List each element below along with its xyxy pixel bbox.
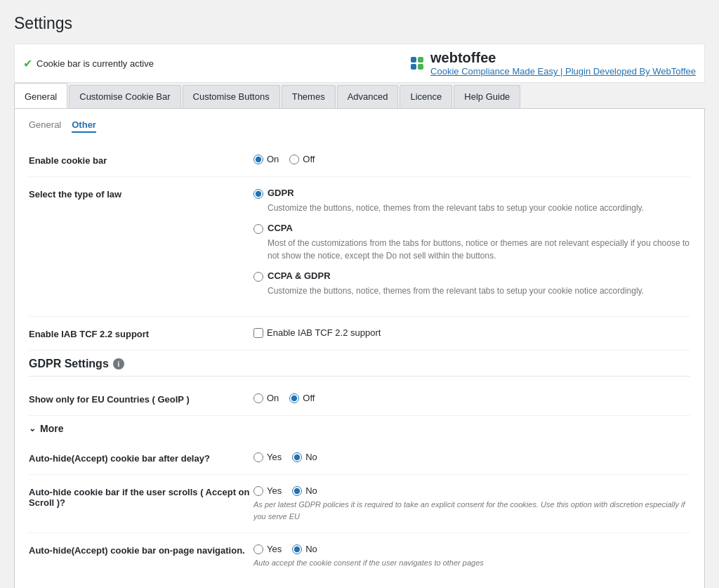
- law-type-ccpa-desc: Most of the customizations from the tabs…: [268, 237, 690, 262]
- status-notice: ✔ Cookie bar is currently active: [23, 57, 154, 70]
- enable-cookie-bar-label: Enable cookie bar: [29, 154, 253, 166]
- setting-auto-hide-delay: Auto-hide(Accept) cookie bar after delay…: [29, 441, 690, 475]
- dot-blue-1: [411, 57, 416, 63]
- auto-hide-scroll-radio-group: Yes No: [253, 485, 690, 496]
- auto-hide-scroll-label: Auto-hide cookie bar if the user scrolls…: [29, 485, 253, 508]
- breadcrumb-general[interactable]: General: [29, 119, 61, 133]
- setting-iab-tcf: Enable IAB TCF 2.2 support Enable IAB TC…: [29, 317, 690, 351]
- auto-hide-navigation-yes[interactable]: Yes: [253, 544, 282, 554]
- show-eu-only-on[interactable]: On: [253, 393, 279, 403]
- dot-blue-2: [411, 64, 416, 70]
- auto-hide-navigation-control: Yes No Auto accept the cookie consent if…: [253, 544, 690, 569]
- law-type-gdpr-radio[interactable]: [253, 189, 263, 199]
- show-eu-only-control: On Off: [253, 393, 690, 403]
- header-bar: ✔ Cookie bar is currently active webtoff…: [14, 44, 705, 83]
- tabs-nav: General Customise Cookie Bar Customise B…: [14, 83, 705, 109]
- law-type-ccpa-option: CCPA: [253, 223, 690, 234]
- show-eu-only-radio-group: On Off: [253, 393, 690, 403]
- auto-hide-scroll-no[interactable]: No: [292, 485, 317, 496]
- gdpr-section-title: GDPR Settings: [29, 358, 109, 370]
- auto-hide-navigation-radio-group: Yes No: [253, 544, 690, 554]
- breadcrumb-other[interactable]: Other: [72, 119, 96, 133]
- tab-advanced[interactable]: Advanced: [337, 85, 399, 108]
- iab-tcf-label: Enable IAB TCF 2.2 support: [29, 327, 253, 339]
- dot-green-2: [418, 64, 423, 70]
- auto-hide-delay-label: Auto-hide(Accept) cookie bar after delay…: [29, 452, 253, 464]
- auto-hide-navigation-no[interactable]: No: [292, 544, 317, 554]
- tab-help-guide[interactable]: Help Guide: [454, 85, 520, 108]
- law-type-gdpr-option: GDPR: [253, 188, 690, 199]
- iab-tcf-checkbox[interactable]: [253, 328, 263, 338]
- auto-hide-scroll-note: As per latest GDPR policies it is requir…: [253, 499, 690, 522]
- setting-show-eu-only: Show only for EU Countries ( GeoIP ) On …: [29, 382, 690, 416]
- auto-hide-delay-control: Yes No: [253, 452, 690, 462]
- setting-law-type: Select the type of law GDPR Customize th…: [29, 177, 690, 317]
- tab-licence[interactable]: Licence: [400, 85, 452, 108]
- auto-hide-navigation-label: Auto-hide(Accept) cookie bar on-page nav…: [29, 544, 253, 556]
- show-eu-only-label: Show only for EU Countries ( GeoIP ): [29, 393, 253, 405]
- tab-themes[interactable]: Themes: [282, 85, 336, 108]
- brand-tagline: Cookie Compliance Made Easy | Plugin Dev…: [430, 66, 696, 77]
- iab-tcf-checkbox-option[interactable]: Enable IAB TCF 2.2 support: [253, 327, 690, 338]
- enable-cookie-bar-off[interactable]: Off: [289, 154, 315, 164]
- auto-hide-navigation-yes-radio[interactable]: [253, 544, 263, 554]
- auto-hide-scroll-control: Yes No As per latest GDPR policies it is…: [253, 485, 690, 522]
- law-type-gdpr-label: GDPR: [268, 188, 294, 198]
- enable-cookie-bar-on[interactable]: On: [253, 154, 279, 164]
- iab-tcf-checkbox-label: Enable IAB TCF 2.2 support: [267, 327, 381, 338]
- dot-green-1: [418, 57, 423, 63]
- page-title: Settings: [14, 14, 705, 33]
- brand-info: webtoffee Cookie Compliance Made Easy | …: [430, 50, 696, 77]
- setting-auto-hide-navigation: Auto-hide(Accept) cookie bar on-page nav…: [29, 533, 690, 580]
- tab-general[interactable]: General: [14, 83, 67, 108]
- auto-hide-navigation-note: Auto accept the cookie consent if the us…: [253, 557, 690, 569]
- show-eu-only-off[interactable]: Off: [289, 393, 315, 403]
- content-area: General Other Enable cookie bar On Off S…: [14, 109, 705, 588]
- law-type-ccpa-gdpr-desc: Customize the buttons, notice, themes fr…: [268, 285, 690, 297]
- auto-hide-navigation-no-radio[interactable]: [292, 544, 302, 554]
- tab-customise-cookie-bar[interactable]: Customise Cookie Bar: [69, 85, 180, 108]
- law-type-ccpa-gdpr-label: CCPA & GDPR: [268, 270, 331, 281]
- show-eu-only-on-radio[interactable]: [253, 393, 263, 403]
- enable-cookie-bar-control: On Off: [253, 154, 690, 164]
- law-type-control: GDPR Customize the buttons, notice, them…: [253, 188, 690, 306]
- tab-customise-buttons[interactable]: Customise Buttons: [183, 85, 280, 108]
- setting-auto-hide-scroll: Auto-hide cookie bar if the user scrolls…: [29, 475, 690, 533]
- law-type-ccpa-radio[interactable]: [253, 224, 263, 234]
- setting-enable-cookie-bar: Enable cookie bar On Off: [29, 143, 690, 177]
- auto-hide-scroll-yes[interactable]: Yes: [253, 485, 282, 496]
- law-type-ccpa-label: CCPA: [268, 223, 293, 233]
- auto-hide-delay-yes[interactable]: Yes: [253, 452, 282, 462]
- law-type-gdpr-desc: Customize the buttons, notice, themes fr…: [268, 202, 690, 214]
- auto-hide-delay-no[interactable]: No: [292, 452, 317, 462]
- law-type-label: Select the type of law: [29, 188, 253, 200]
- show-eu-only-off-radio[interactable]: [289, 393, 299, 403]
- brand-name: webtoffee: [430, 50, 496, 65]
- law-type-gdpr-block: GDPR Customize the buttons, notice, them…: [253, 188, 690, 214]
- gdpr-section-heading: GDPR Settings i: [29, 358, 690, 370]
- enable-cookie-bar-radio-group: On Off: [253, 154, 690, 164]
- auto-hide-delay-yes-radio[interactable]: [253, 452, 263, 462]
- auto-hide-scroll-no-radio[interactable]: [292, 486, 302, 496]
- brand-link[interactable]: WebToffee: [652, 66, 696, 77]
- iab-tcf-control: Enable IAB TCF 2.2 support: [253, 327, 690, 338]
- brand-area: webtoffee Cookie Compliance Made Easy | …: [411, 50, 696, 77]
- law-type-ccpa-block: CCPA Most of the customizations from the…: [253, 223, 690, 262]
- chevron-down-icon: ⌄: [29, 424, 36, 433]
- more-toggle[interactable]: ⌄ More: [29, 416, 690, 441]
- auto-hide-delay-radio-group: Yes No: [253, 452, 690, 462]
- gdpr-info-icon[interactable]: i: [113, 358, 124, 370]
- enable-cookie-bar-off-radio[interactable]: [289, 155, 299, 164]
- breadcrumb: General Other: [29, 119, 690, 133]
- law-type-ccpa-gdpr-radio[interactable]: [253, 272, 263, 282]
- law-type-ccpa-gdpr-block: CCPA & GDPR Customize the buttons, notic…: [253, 270, 690, 297]
- check-icon: ✔: [23, 57, 32, 70]
- brand-dots: [411, 57, 425, 70]
- gdpr-section-divider: [29, 376, 690, 377]
- status-text: Cookie bar is currently active: [37, 58, 154, 69]
- auto-hide-delay-no-radio[interactable]: [292, 452, 302, 462]
- enable-cookie-bar-on-radio[interactable]: [253, 155, 263, 164]
- more-label: More: [40, 423, 63, 434]
- law-type-ccpa-gdpr-option: CCPA & GDPR: [253, 270, 690, 282]
- auto-hide-scroll-yes-radio[interactable]: [253, 486, 263, 496]
